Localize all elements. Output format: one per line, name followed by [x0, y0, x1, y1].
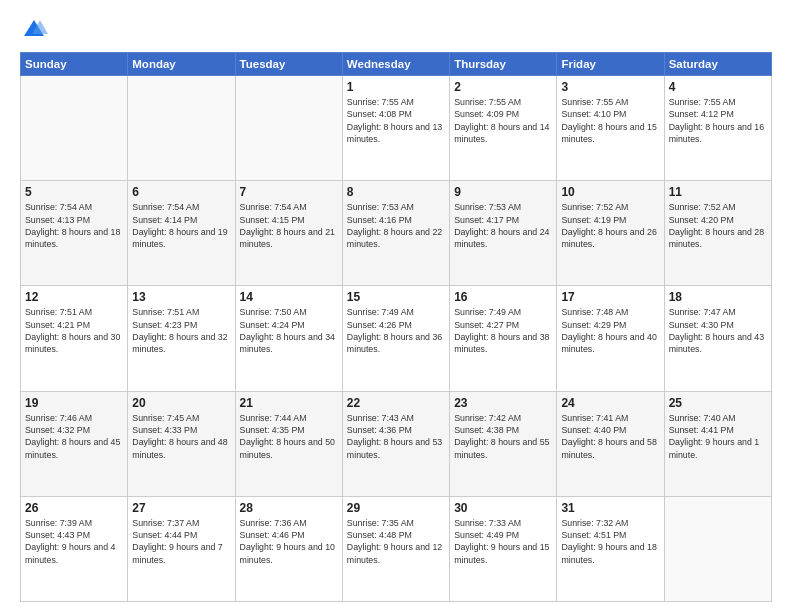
day-number: 6 [132, 185, 230, 199]
calendar-cell-3-6: 17Sunrise: 7:48 AM Sunset: 4:29 PM Dayli… [557, 286, 664, 391]
day-info: Sunrise: 7:49 AM Sunset: 4:26 PM Dayligh… [347, 306, 445, 355]
weekday-header-row: SundayMondayTuesdayWednesdayThursdayFrid… [21, 53, 772, 76]
day-number: 11 [669, 185, 767, 199]
calendar-cell-4-7: 25Sunrise: 7:40 AM Sunset: 4:41 PM Dayli… [664, 391, 771, 496]
logo [20, 16, 52, 44]
day-number: 15 [347, 290, 445, 304]
day-info: Sunrise: 7:44 AM Sunset: 4:35 PM Dayligh… [240, 412, 338, 461]
day-info: Sunrise: 7:32 AM Sunset: 4:51 PM Dayligh… [561, 517, 659, 566]
calendar-cell-4-6: 24Sunrise: 7:41 AM Sunset: 4:40 PM Dayli… [557, 391, 664, 496]
calendar-cell-5-5: 30Sunrise: 7:33 AM Sunset: 4:49 PM Dayli… [450, 496, 557, 601]
day-number: 7 [240, 185, 338, 199]
day-info: Sunrise: 7:54 AM Sunset: 4:14 PM Dayligh… [132, 201, 230, 250]
day-number: 21 [240, 396, 338, 410]
day-info: Sunrise: 7:53 AM Sunset: 4:16 PM Dayligh… [347, 201, 445, 250]
week-row-5: 26Sunrise: 7:39 AM Sunset: 4:43 PM Dayli… [21, 496, 772, 601]
day-number: 5 [25, 185, 123, 199]
day-number: 17 [561, 290, 659, 304]
day-number: 1 [347, 80, 445, 94]
calendar-cell-1-6: 3Sunrise: 7:55 AM Sunset: 4:10 PM Daylig… [557, 76, 664, 181]
day-number: 29 [347, 501, 445, 515]
calendar-cell-5-7 [664, 496, 771, 601]
weekday-header-saturday: Saturday [664, 53, 771, 76]
day-number: 9 [454, 185, 552, 199]
calendar-cell-2-5: 9Sunrise: 7:53 AM Sunset: 4:17 PM Daylig… [450, 181, 557, 286]
calendar-cell-2-2: 6Sunrise: 7:54 AM Sunset: 4:14 PM Daylig… [128, 181, 235, 286]
day-number: 8 [347, 185, 445, 199]
day-number: 20 [132, 396, 230, 410]
calendar-cell-1-1 [21, 76, 128, 181]
day-number: 22 [347, 396, 445, 410]
calendar-cell-1-5: 2Sunrise: 7:55 AM Sunset: 4:09 PM Daylig… [450, 76, 557, 181]
day-info: Sunrise: 7:55 AM Sunset: 4:09 PM Dayligh… [454, 96, 552, 145]
calendar-cell-4-4: 22Sunrise: 7:43 AM Sunset: 4:36 PM Dayli… [342, 391, 449, 496]
day-info: Sunrise: 7:40 AM Sunset: 4:41 PM Dayligh… [669, 412, 767, 461]
calendar-cell-3-4: 15Sunrise: 7:49 AM Sunset: 4:26 PM Dayli… [342, 286, 449, 391]
calendar-cell-4-5: 23Sunrise: 7:42 AM Sunset: 4:38 PM Dayli… [450, 391, 557, 496]
weekday-header-thursday: Thursday [450, 53, 557, 76]
day-info: Sunrise: 7:33 AM Sunset: 4:49 PM Dayligh… [454, 517, 552, 566]
logo-icon [20, 16, 48, 44]
day-info: Sunrise: 7:36 AM Sunset: 4:46 PM Dayligh… [240, 517, 338, 566]
day-number: 24 [561, 396, 659, 410]
day-info: Sunrise: 7:55 AM Sunset: 4:08 PM Dayligh… [347, 96, 445, 145]
calendar-cell-5-6: 31Sunrise: 7:32 AM Sunset: 4:51 PM Dayli… [557, 496, 664, 601]
calendar-cell-3-2: 13Sunrise: 7:51 AM Sunset: 4:23 PM Dayli… [128, 286, 235, 391]
day-info: Sunrise: 7:46 AM Sunset: 4:32 PM Dayligh… [25, 412, 123, 461]
day-info: Sunrise: 7:41 AM Sunset: 4:40 PM Dayligh… [561, 412, 659, 461]
weekday-header-monday: Monday [128, 53, 235, 76]
day-number: 23 [454, 396, 552, 410]
day-number: 12 [25, 290, 123, 304]
day-info: Sunrise: 7:54 AM Sunset: 4:13 PM Dayligh… [25, 201, 123, 250]
day-number: 2 [454, 80, 552, 94]
day-number: 26 [25, 501, 123, 515]
day-number: 31 [561, 501, 659, 515]
calendar-cell-1-4: 1Sunrise: 7:55 AM Sunset: 4:08 PM Daylig… [342, 76, 449, 181]
week-row-3: 12Sunrise: 7:51 AM Sunset: 4:21 PM Dayli… [21, 286, 772, 391]
day-number: 28 [240, 501, 338, 515]
day-number: 4 [669, 80, 767, 94]
calendar-cell-3-3: 14Sunrise: 7:50 AM Sunset: 4:24 PM Dayli… [235, 286, 342, 391]
day-number: 3 [561, 80, 659, 94]
week-row-1: 1Sunrise: 7:55 AM Sunset: 4:08 PM Daylig… [21, 76, 772, 181]
day-number: 18 [669, 290, 767, 304]
day-info: Sunrise: 7:53 AM Sunset: 4:17 PM Dayligh… [454, 201, 552, 250]
day-number: 30 [454, 501, 552, 515]
day-info: Sunrise: 7:47 AM Sunset: 4:30 PM Dayligh… [669, 306, 767, 355]
calendar-cell-4-3: 21Sunrise: 7:44 AM Sunset: 4:35 PM Dayli… [235, 391, 342, 496]
calendar-cell-3-5: 16Sunrise: 7:49 AM Sunset: 4:27 PM Dayli… [450, 286, 557, 391]
day-info: Sunrise: 7:39 AM Sunset: 4:43 PM Dayligh… [25, 517, 123, 566]
page: SundayMondayTuesdayWednesdayThursdayFrid… [0, 0, 792, 612]
calendar-cell-5-4: 29Sunrise: 7:35 AM Sunset: 4:48 PM Dayli… [342, 496, 449, 601]
day-number: 14 [240, 290, 338, 304]
calendar-cell-5-2: 27Sunrise: 7:37 AM Sunset: 4:44 PM Dayli… [128, 496, 235, 601]
calendar-cell-3-1: 12Sunrise: 7:51 AM Sunset: 4:21 PM Dayli… [21, 286, 128, 391]
day-info: Sunrise: 7:54 AM Sunset: 4:15 PM Dayligh… [240, 201, 338, 250]
day-info: Sunrise: 7:50 AM Sunset: 4:24 PM Dayligh… [240, 306, 338, 355]
calendar-cell-2-6: 10Sunrise: 7:52 AM Sunset: 4:19 PM Dayli… [557, 181, 664, 286]
day-info: Sunrise: 7:42 AM Sunset: 4:38 PM Dayligh… [454, 412, 552, 461]
day-info: Sunrise: 7:52 AM Sunset: 4:19 PM Dayligh… [561, 201, 659, 250]
header [20, 16, 772, 44]
calendar-cell-4-1: 19Sunrise: 7:46 AM Sunset: 4:32 PM Dayli… [21, 391, 128, 496]
day-info: Sunrise: 7:35 AM Sunset: 4:48 PM Dayligh… [347, 517, 445, 566]
calendar-cell-2-7: 11Sunrise: 7:52 AM Sunset: 4:20 PM Dayli… [664, 181, 771, 286]
calendar: SundayMondayTuesdayWednesdayThursdayFrid… [20, 52, 772, 602]
day-info: Sunrise: 7:45 AM Sunset: 4:33 PM Dayligh… [132, 412, 230, 461]
day-info: Sunrise: 7:55 AM Sunset: 4:10 PM Dayligh… [561, 96, 659, 145]
day-info: Sunrise: 7:51 AM Sunset: 4:21 PM Dayligh… [25, 306, 123, 355]
calendar-cell-5-1: 26Sunrise: 7:39 AM Sunset: 4:43 PM Dayli… [21, 496, 128, 601]
weekday-header-friday: Friday [557, 53, 664, 76]
day-number: 25 [669, 396, 767, 410]
day-info: Sunrise: 7:43 AM Sunset: 4:36 PM Dayligh… [347, 412, 445, 461]
calendar-cell-2-1: 5Sunrise: 7:54 AM Sunset: 4:13 PM Daylig… [21, 181, 128, 286]
day-info: Sunrise: 7:48 AM Sunset: 4:29 PM Dayligh… [561, 306, 659, 355]
calendar-cell-1-3 [235, 76, 342, 181]
weekday-header-wednesday: Wednesday [342, 53, 449, 76]
calendar-cell-1-7: 4Sunrise: 7:55 AM Sunset: 4:12 PM Daylig… [664, 76, 771, 181]
day-number: 10 [561, 185, 659, 199]
calendar-cell-2-4: 8Sunrise: 7:53 AM Sunset: 4:16 PM Daylig… [342, 181, 449, 286]
week-row-2: 5Sunrise: 7:54 AM Sunset: 4:13 PM Daylig… [21, 181, 772, 286]
calendar-cell-3-7: 18Sunrise: 7:47 AM Sunset: 4:30 PM Dayli… [664, 286, 771, 391]
day-info: Sunrise: 7:49 AM Sunset: 4:27 PM Dayligh… [454, 306, 552, 355]
